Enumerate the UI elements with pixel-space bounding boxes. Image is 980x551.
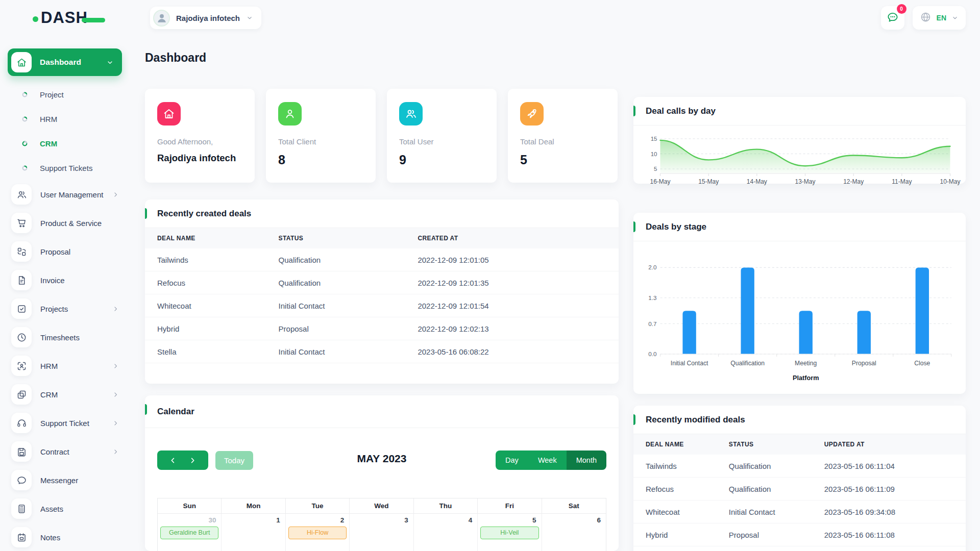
- sidebar-item-projects[interactable]: Projects: [8, 296, 122, 321]
- deals-by-stage-chart: 2.01.30.70.0Initial ContactQualification…: [633, 241, 966, 394]
- table-cell: Tailwinds: [157, 256, 279, 264]
- stat-card-total-deal: Total Deal5: [508, 89, 618, 183]
- sidebar-item-label: User Management: [40, 190, 103, 199]
- chevron-down-icon: [951, 14, 959, 21]
- sidebar-item-invoice[interactable]: Invoice: [8, 268, 122, 292]
- sidebar-subitem-project[interactable]: Project: [8, 82, 122, 107]
- calendar-today-button[interactable]: Today: [215, 451, 253, 470]
- table-cell: Tailwinds: [646, 462, 729, 470]
- recently-created-deals-card: Recently created deals DEAL NAMESTATUSCR…: [145, 199, 619, 384]
- invoice-icon: [16, 275, 27, 286]
- table-cell: 2023-05-16 06:11:09: [824, 485, 953, 493]
- column-header: UPDATED AT: [824, 441, 953, 448]
- calendar-date: 5: [480, 515, 538, 525]
- person-icon: [155, 11, 168, 24]
- table-cell: 2023-05-16 06:08:22: [418, 347, 606, 356]
- chevron-down-icon: [246, 14, 253, 21]
- bullet-icon: [22, 141, 28, 146]
- sidebar-item-contract[interactable]: Contract: [8, 439, 122, 464]
- calendar-toolbar: Today MAY 2023 DayWeekMonth: [145, 428, 619, 470]
- calendar-view-day[interactable]: Day: [496, 450, 528, 470]
- calendar-date: 3: [352, 515, 410, 525]
- calendar-prev-button[interactable]: [169, 457, 177, 464]
- svg-text:15-May: 15-May: [698, 178, 719, 185]
- sidebar-item-label: Contract: [40, 447, 69, 456]
- avatar: [153, 10, 170, 27]
- stat-card-good-afternoon: Good Afternoon,Rajodiya infotech: [145, 89, 255, 183]
- projects-icon: [16, 304, 27, 314]
- calendar-event[interactable]: Geraldine Burt: [160, 527, 218, 539]
- calendar-cell: 30Geraldine Burt: [158, 514, 222, 551]
- company-selector[interactable]: Rajodiya infotech: [150, 7, 261, 29]
- svg-text:Platform: Platform: [793, 374, 819, 382]
- table-cell: Qualification: [279, 256, 418, 264]
- brand-logo[interactable]: DASH: [0, 9, 129, 27]
- calendar-cell: 2Hi-Flow: [286, 514, 350, 551]
- cart-icon: [16, 218, 27, 229]
- stat-label: Total Client: [278, 137, 363, 146]
- table-cell: Initial Contact: [279, 347, 418, 356]
- table-row: RefocusQualification2022-12-09 12:01:35: [145, 271, 619, 294]
- sidebar-item-user-management[interactable]: User Management: [8, 182, 122, 207]
- sidebar-item-timesheets[interactable]: Timesheets: [8, 325, 122, 349]
- sidebar-subitem-crm[interactable]: CRM: [8, 131, 122, 156]
- hrm-icon: [16, 361, 27, 371]
- table-cell: 2022-12-09 12:02:13: [418, 324, 606, 333]
- chevron-left-icon: [169, 457, 177, 464]
- sidebar-item-support-ticket[interactable]: Support Ticket: [8, 411, 122, 435]
- crm-icon: [16, 389, 27, 400]
- table-cell: Refocus: [157, 279, 279, 287]
- sidebar-item-label: Projects: [40, 305, 68, 313]
- messages-button[interactable]: 0: [881, 6, 904, 30]
- calendar-date: 2: [288, 515, 347, 525]
- svg-text:Initial Contact: Initial Contact: [671, 360, 708, 367]
- table-cell: 2022-12-09 12:01:35: [418, 279, 606, 287]
- language-code: EN: [937, 14, 946, 22]
- table-cell: Initial Contact: [279, 302, 418, 310]
- stat-card-total-user: Total User9: [387, 89, 497, 183]
- calendar-cell: 1: [222, 514, 285, 551]
- recently-modified-deals-card: Recently modified deals DEAL NAMESTATUSU…: [633, 406, 966, 551]
- proposal-icon: [16, 246, 27, 257]
- sidebar-item-notes[interactable]: Notes: [8, 525, 122, 549]
- calendar-day-header: Sun: [158, 498, 222, 514]
- stat-value: Rajodiya infotech: [157, 153, 242, 164]
- sidebar-item-hrm[interactable]: HRM: [8, 354, 122, 378]
- sidebar-item-messenger[interactable]: Messenger: [8, 468, 122, 492]
- calendar-view-week[interactable]: Week: [528, 450, 567, 470]
- table-cell: Initial Contact: [729, 508, 824, 516]
- sidebar-subitem-hrm[interactable]: HRM: [8, 107, 122, 131]
- calendar-event[interactable]: Hi-Flow: [288, 527, 347, 539]
- sidebar-item-crm[interactable]: CRM: [8, 382, 122, 407]
- table-row: HybridProposal2022-12-09 12:02:13: [145, 317, 619, 340]
- sidebar-item-assets[interactable]: Assets: [8, 496, 122, 521]
- users-icon: [16, 189, 27, 200]
- calendar-card: Calendar Today MAY 2023 DayWeekMonth Sun…: [145, 395, 619, 551]
- globe-icon: [920, 11, 932, 25]
- card-title: Calendar: [157, 407, 194, 417]
- deals-by-stage-card: Deals by stage 2.01.30.70.0Initial Conta…: [633, 213, 966, 394]
- sidebar-subitem-support-tickets[interactable]: Support Tickets: [8, 156, 122, 180]
- calendar-view-month[interactable]: Month: [567, 450, 606, 470]
- home-icon: [163, 108, 175, 120]
- calendar-next-button[interactable]: [189, 457, 197, 464]
- table-cell: Proposal: [729, 531, 824, 539]
- language-selector[interactable]: EN: [913, 6, 966, 30]
- calendar-cell: 3: [350, 514, 413, 551]
- sidebar-item-dashboard[interactable]: Dashboard: [8, 48, 122, 76]
- svg-text:11-May: 11-May: [892, 178, 912, 185]
- calendar-event[interactable]: Hi-Veil: [480, 527, 538, 539]
- sidebar-item-product-service[interactable]: Product & Service: [8, 211, 122, 235]
- stat-value: 5: [520, 153, 605, 167]
- sidebar-item-proposal[interactable]: Proposal: [8, 239, 122, 264]
- bullet-icon: [22, 92, 28, 97]
- svg-text:16-May: 16-May: [650, 178, 670, 185]
- svg-text:13-May: 13-May: [795, 178, 815, 185]
- card-title: Recently modified deals: [646, 415, 745, 425]
- calendar-date: 30: [160, 515, 218, 525]
- home-icon: [157, 102, 181, 126]
- svg-text:Proposal: Proposal: [852, 360, 876, 367]
- table-cell: 2022-12-09 12:01:05: [418, 256, 606, 264]
- table-cell: Proposal: [279, 324, 418, 333]
- column-header: CREATED AT: [418, 235, 606, 242]
